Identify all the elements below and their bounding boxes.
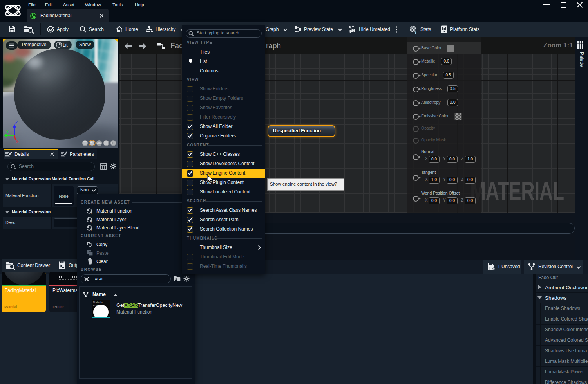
svg-text:X: X: [16, 139, 19, 144]
svg-text:Z: Z: [15, 120, 18, 126]
svg-text:f: f: [91, 219, 92, 223]
svg-text:f: f: [91, 227, 92, 231]
svg-text:f: f: [91, 211, 92, 215]
svg-text:i: i: [415, 30, 416, 34]
svg-text:Y: Y: [6, 129, 9, 134]
